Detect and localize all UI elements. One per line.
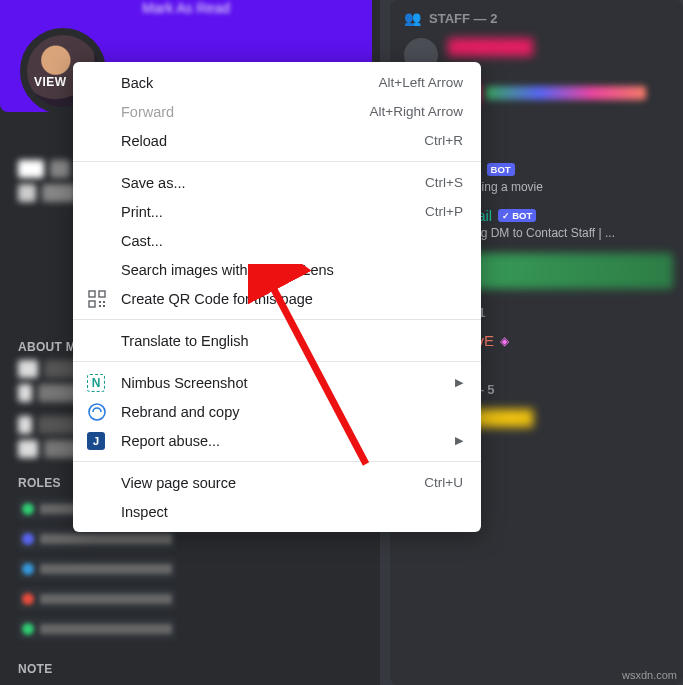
note-heading: NOTE xyxy=(0,662,380,676)
svg-rect-5 xyxy=(99,305,101,307)
separator xyxy=(73,161,481,162)
view-profile-chip[interactable]: VIEW xyxy=(34,75,67,89)
ctx-reload[interactable]: ReloadCtrl+R xyxy=(73,126,481,155)
ctx-print[interactable]: Print...Ctrl+P xyxy=(73,197,481,226)
svg-rect-4 xyxy=(103,301,105,303)
bot-badge: BOT xyxy=(487,163,515,176)
submenu-arrow-icon: ▶ xyxy=(455,376,463,389)
ctx-rebrand[interactable]: Rebrand and copy xyxy=(73,397,481,426)
browser-context-menu: BackAlt+Left Arrow ForwardAlt+Right Arro… xyxy=(73,62,481,532)
svg-rect-0 xyxy=(89,291,95,297)
report-icon: J xyxy=(87,432,105,450)
shortcut-label: Ctrl+P xyxy=(425,204,463,219)
shortcut-label: Ctrl+U xyxy=(424,475,463,490)
shortcut-label: Alt+Left Arrow xyxy=(379,75,463,90)
shortcut-label: Ctrl+R xyxy=(424,133,463,148)
role-chip[interactable] xyxy=(18,588,176,610)
role-chip[interactable] xyxy=(18,618,176,640)
svg-rect-6 xyxy=(103,305,105,307)
role-chip[interactable] xyxy=(18,558,176,580)
svg-rect-1 xyxy=(99,291,105,297)
separator xyxy=(73,361,481,362)
watermark: wsxdn.com xyxy=(622,669,677,681)
group-label: STAFF — 2 xyxy=(429,11,497,26)
member-name-redacted: ████████ xyxy=(448,38,533,55)
ctx-report-abuse[interactable]: J Report abuse...▶ xyxy=(73,426,481,455)
ctx-inspect[interactable]: Inspect xyxy=(73,497,481,526)
qr-icon xyxy=(87,289,107,309)
svg-rect-3 xyxy=(99,301,101,303)
ctx-back[interactable]: BackAlt+Left Arrow xyxy=(73,68,481,97)
shortcut-label: Ctrl+S xyxy=(425,175,463,190)
people-icon: 👥 xyxy=(404,10,421,26)
ctx-view-source[interactable]: View page sourceCtrl+U xyxy=(73,468,481,497)
ctx-cast[interactable]: Cast... xyxy=(73,226,481,255)
separator xyxy=(73,461,481,462)
ctx-forward: ForwardAlt+Right Arrow xyxy=(73,97,481,126)
boost-icon: ◈ xyxy=(500,334,509,348)
submenu-arrow-icon: ▶ xyxy=(455,434,463,447)
separator xyxy=(73,319,481,320)
svg-rect-2 xyxy=(89,301,95,307)
svg-point-7 xyxy=(89,404,105,420)
ctx-save-as[interactable]: Save as...Ctrl+S xyxy=(73,168,481,197)
ctx-create-qr[interactable]: Create QR Code for this page xyxy=(73,284,481,313)
status-gradient xyxy=(486,86,646,100)
shortcut-label: Alt+Right Arrow xyxy=(370,104,463,119)
rebrand-icon xyxy=(87,402,107,422)
ctx-google-lens[interactable]: Search images with Google Lens xyxy=(73,255,481,284)
group-heading-staff: 👥 STAFF — 2 xyxy=(390,0,683,32)
ctx-nimbus-screenshot[interactable]: N Nimbus Screenshot▶ xyxy=(73,368,481,397)
ctx-translate[interactable]: Translate to English xyxy=(73,326,481,355)
verified-bot-badge: BOT xyxy=(498,209,536,222)
nimbus-icon: N xyxy=(87,374,105,392)
mark-as-read-label[interactable]: Mark As Read xyxy=(142,0,230,16)
